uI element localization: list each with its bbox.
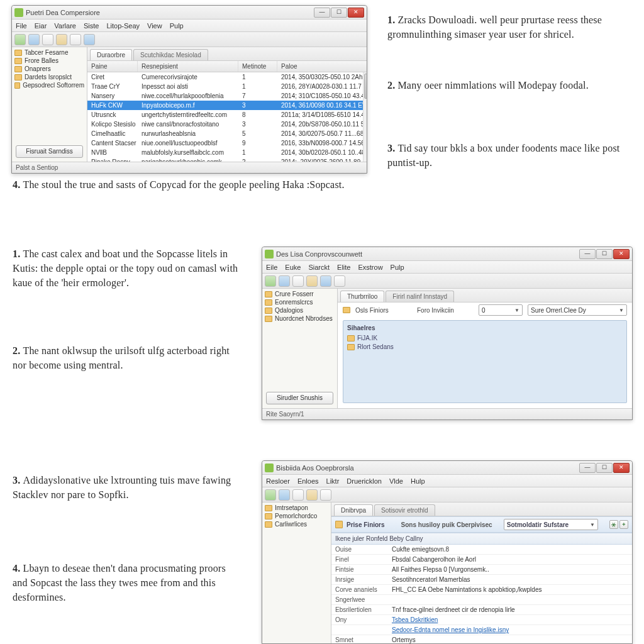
folder-icon [265,521,272,528]
menu-item[interactable]: Eiar [35,22,47,30]
close-button[interactable]: ✕ [613,463,630,473]
tab[interactable]: Sotisovir etrothld [374,504,435,516]
tool-icon[interactable] [320,489,331,501]
table-row[interactable]: NVllBmalubfolsly.kurselflaibclc.com12014… [87,148,367,157]
sidebar-item[interactable]: Tabcer Fesarne [14,48,84,57]
col-header[interactable]: Paine [87,61,138,72]
col-header[interactable]: Metinote [238,61,277,72]
titlebar[interactable]: Des Lisa Conprovscounwett — ☐ ✕ [262,247,632,261]
list-item[interactable]: Rlort Sedans [347,343,623,350]
sidebar-button[interactable]: Sirudler Snushis [266,392,333,404]
tool-icon[interactable] [14,34,26,45]
menu-item[interactable]: Siarckt [308,264,330,271]
maximize-button[interactable]: ☐ [596,463,613,473]
table-row[interactable]: CiretCumerecorivsirajote12014, 350/03025… [87,72,367,82]
tab[interactable]: Thurbrriloo [340,291,384,302]
table-row[interactable]: Utrusnckungertchytisterntiredfeeltc.com8… [87,110,367,119]
combo[interactable]: Sure Orrerl.Clee Dy▼ [528,304,627,316]
tab[interactable]: Dnibrvpa [334,504,373,516]
table-row[interactable]: Pinake Rosnynarigahsotourkhoopbis.comk22… [87,157,367,162]
property-row: Sedoor-Ednta nomel nese in Ingislike.isn… [331,625,632,635]
tool-icon[interactable] [320,275,331,287]
close-button[interactable]: ✕ [613,249,630,259]
menu-item[interactable]: Liktr [326,477,340,485]
sidebar-item[interactable]: Onaprers [14,65,84,73]
table-row[interactable]: Cantent Stacserniue.oonell/lusctuopeodbl… [87,138,367,148]
field-label: Osls Finiors [355,307,412,314]
tool-icon[interactable] [334,275,345,287]
minimize-button[interactable]: — [314,8,330,18]
tool-icon[interactable] [279,275,290,287]
property-row: EbsrilertiolenTnf frace-gilnei derdneet … [331,605,632,615]
titlebar[interactable]: Bisbiida Aos Ooepbrorsla — ☐ ✕ [262,461,632,475]
tab[interactable]: Scutchikdac Mesiolad [133,49,208,60]
folder-icon [265,308,272,314]
menu-item[interactable]: Varlare [54,22,76,30]
sidebar-item[interactable]: Dardets Isropslct [14,73,84,81]
col-header[interactable]: Resnepisient [138,61,238,72]
tool-icon[interactable] [306,275,318,287]
article-col2-step-3: 3.Adidayslonative uke lxtrounting tuis m… [13,473,239,502]
minimize-button[interactable]: — [579,463,596,473]
tool-icon[interactable] [28,34,40,45]
menu-item[interactable]: View [147,22,162,30]
table-row[interactable]: Cimelhaatlicnurwurlasheablsnia52014, 30/… [87,129,367,138]
plus-button[interactable]: + [619,520,628,529]
menu-item[interactable]: Resloer [266,477,290,485]
maximize-button[interactable]: ☐ [596,249,613,259]
menu-item[interactable]: Eile [266,264,277,271]
sidebar-item[interactable]: Crure Fosserr [265,290,335,298]
menu-item[interactable]: Exstrow [358,264,382,271]
titlebar[interactable]: Puetri Dea Compersiore — ☐ ✕ [12,6,367,19]
menu-item[interactable]: File [16,22,27,30]
sidebar-item[interactable]: Pemorlchordco [265,512,328,520]
menu-item[interactable]: Euke [285,264,301,271]
combo[interactable]: 0▼ [479,304,523,316]
tool-icon[interactable] [292,275,304,287]
sidebar-item[interactable]: Eonremslcrcs [265,298,335,306]
sidebar-item[interactable]: Carliwrlices [265,520,328,528]
tool-icon[interactable] [70,34,81,45]
menu-item[interactable]: Siste [84,22,99,30]
menu-item[interactable]: Pulp [391,264,404,271]
menu-item[interactable]: Litop-Seay [106,22,140,30]
tool-icon[interactable] [279,489,290,501]
tool-icon[interactable] [42,34,53,45]
add-button[interactable]: ⚹ [609,520,618,529]
tool-icon[interactable] [292,489,304,501]
menu-item[interactable]: Pulp [170,22,184,30]
list-item[interactable]: FiJA.IK [347,335,623,341]
table-row[interactable]: Nanseryniwe.cocell/hurlakpooofblenia7201… [87,91,367,101]
form-row: Osls Finiors Foro Invikciin 0▼ Sure Orre… [338,303,632,318]
sidebar-item[interactable]: Gepsodrecl Softorrem [14,81,84,89]
tab[interactable]: Firirl nalinf Innstayd [386,291,454,302]
menu-item[interactable]: Enloes [297,477,319,485]
sidebar-item[interactable]: Nuordcnet Nbrodses [265,314,335,323]
scroll-thumb[interactable] [364,74,367,99]
minimize-button[interactable]: — [579,249,596,259]
tool-icon[interactable] [265,489,276,501]
menu-item[interactable]: Hulp [411,477,425,485]
tool-icon[interactable] [84,34,95,45]
tool-icon[interactable] [265,275,276,287]
sidebar-item[interactable]: Imtrsetapon [265,504,328,512]
tool-icon[interactable] [306,489,318,501]
sidebar-button[interactable]: Fisruait Sarndiss [16,145,83,158]
toolbar [262,274,632,289]
close-button[interactable]: ✕ [348,8,364,18]
combo[interactable]: Sotmoldatir Sufstare▼ [504,519,598,530]
table-row[interactable]: Traae CrYInpessct aoi alsti12016, 28Y/A0… [87,82,367,91]
menu-item[interactable]: Druericklon [347,477,382,485]
menubar: Eile Euke Siarckt Elite Exstrow Pulp [262,261,632,274]
scrollbar[interactable] [363,72,367,162]
table-row[interactable]: Kolicpo Stesisloniwe cansl/bnoracfostoit… [87,119,367,129]
sidebar-item[interactable]: Frore Balles [14,57,84,65]
tab[interactable]: Duraorbre [90,49,132,60]
maximize-button[interactable]: ☐ [331,8,347,18]
menu-item[interactable]: Elite [337,264,350,271]
tool-icon[interactable] [56,34,67,45]
sidebar-item[interactable]: Qdalogios [265,306,335,314]
col-header[interactable]: Paloe [277,61,367,72]
table-row[interactable]: HuFk CKWInpyatoobicepo.m.f32014, 361/009… [87,101,367,110]
menu-item[interactable]: Vlde [389,477,403,485]
